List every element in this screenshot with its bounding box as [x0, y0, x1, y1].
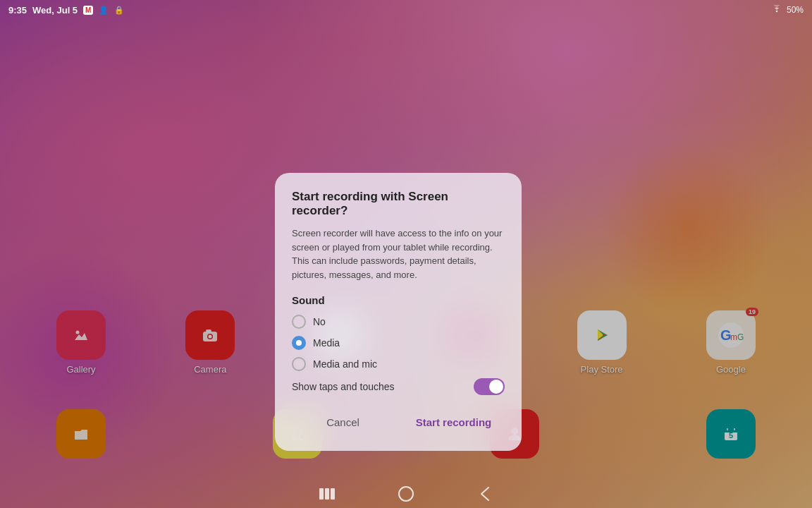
show-touches-label: Show taps and touches [292, 381, 395, 392]
status-bar: 9:35 Wed, Jul 5 M 👤 🔒 50% [0, 0, 812, 20]
show-touches-row: Show taps and touches [292, 378, 505, 395]
battery-percentage: 50% [787, 5, 804, 15]
radio-none[interactable] [292, 315, 306, 329]
notification-icon-2: 🔒 [114, 6, 124, 15]
radio-media-mic[interactable] [292, 357, 306, 371]
notification-icon-1: 👤 [99, 6, 109, 15]
status-date: Wed, Jul 5 [32, 5, 78, 16]
back-button[interactable] [474, 483, 496, 505]
gmail-notification-icon: M [83, 6, 93, 15]
dialog-title: Start recording with Screen recorder? [292, 190, 505, 218]
svg-rect-34 [325, 488, 329, 500]
status-bar-right: 50% [771, 5, 804, 16]
recent-apps-button[interactable] [316, 483, 338, 505]
sound-option-none[interactable]: No [292, 315, 505, 329]
navigation-bar [0, 480, 812, 508]
svg-point-36 [399, 487, 413, 501]
sound-section-title: Sound [292, 294, 505, 306]
radio-media-label: Media [313, 337, 340, 349]
dialog-description: Screen recorder will have access to the … [292, 226, 505, 282]
sound-option-media[interactable]: Media [292, 336, 505, 350]
radio-none-label: No [313, 316, 326, 327]
wifi-icon [771, 5, 782, 16]
radio-media-mic-label: Media and mic [313, 358, 377, 370]
cancel-button[interactable]: Cancel [292, 408, 394, 437]
svg-rect-33 [319, 488, 324, 500]
status-bar-left: 9:35 Wed, Jul 5 M 👤 🔒 [8, 5, 124, 16]
start-recording-button[interactable]: Start recording [402, 408, 505, 437]
show-touches-toggle[interactable] [474, 378, 505, 395]
sound-option-media-mic[interactable]: Media and mic [292, 357, 505, 371]
status-time: 9:35 [8, 5, 27, 16]
dialog-buttons: Cancel Start recording [292, 408, 505, 437]
radio-media[interactable] [292, 336, 306, 350]
svg-rect-35 [331, 488, 335, 500]
screen-recorder-dialog: Start recording with Screen recorder? Sc… [275, 173, 522, 451]
home-button[interactable] [395, 483, 417, 505]
